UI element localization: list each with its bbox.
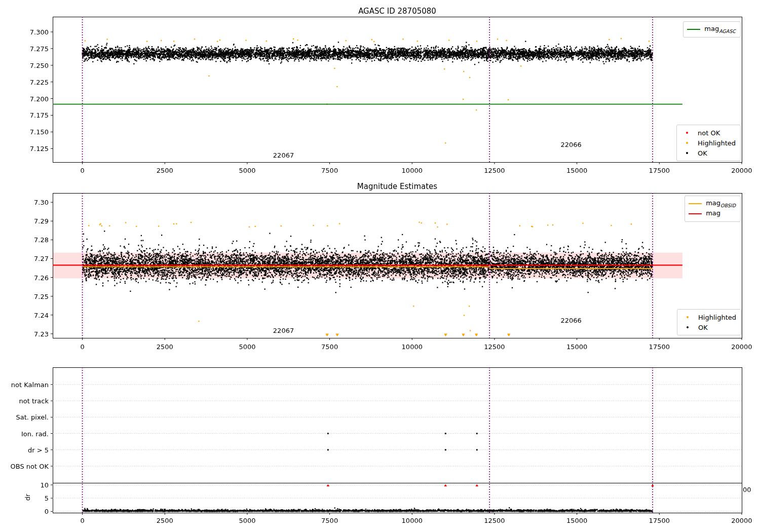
black-dot-swatch — [681, 326, 694, 329]
flag-category-label: not Kalman — [0, 381, 49, 389]
panel2-x-tick-label: 10000 — [402, 343, 423, 351]
panel1-y-tick-label: 7.125 — [0, 145, 49, 153]
panel3-x-tick-label: 17500 — [649, 517, 670, 524]
panel2-x-tick-label: 7500 — [321, 343, 338, 351]
legend-item-mag-obsid: magOBSID — [689, 199, 736, 209]
panel2-x-tick-label: 20000 — [731, 343, 752, 351]
legend-item-ok-mid: OK — [681, 322, 736, 332]
panel1-title: AGASC ID 28705080 — [53, 7, 742, 16]
panel1-y-tick-label: 7.200 — [0, 95, 49, 103]
legend-item-ok: OK — [680, 148, 736, 158]
panel1-x-tick-label: 10000 — [402, 167, 423, 174]
legend-item-highlighted: Highlighted — [680, 138, 736, 148]
panel2-x-tick-label: 2500 — [157, 343, 173, 351]
flag-category-label: Sat. pixel. — [0, 413, 49, 421]
panel1-x-tick-label: 17500 — [649, 167, 670, 174]
orange-dot-swatch — [680, 142, 694, 144]
dr-tick-label: 10 — [0, 481, 49, 489]
red-line-swatch — [689, 213, 702, 215]
panel1-x-tick-label: 20000 — [731, 167, 752, 174]
dr-tick-label: 0 — [0, 508, 49, 515]
panel2-x-tick-label: 12500 — [484, 343, 505, 351]
panel1-y-tick-label: 7.225 — [0, 79, 49, 86]
legend-label-ok: OK — [694, 150, 707, 157]
legend-item-highlighted-mid: Highlighted — [681, 312, 736, 322]
legend-label-ok-mid: OK — [694, 324, 708, 331]
legend-mag-lines: magOBSID mag — [685, 196, 741, 222]
panel3-x-tick-label: 10000 — [402, 517, 423, 524]
panel2-y-tick-label: 7.24 — [0, 312, 49, 319]
flag-category-label: OBS not OK — [0, 463, 49, 470]
panel1-x-tick-label: 12500 — [484, 167, 505, 174]
flag-category-label: dr > 5 — [0, 446, 49, 454]
panel2-y-tick-label: 7.23 — [0, 330, 49, 338]
green-line-swatch — [687, 29, 700, 30]
legend-point-types-top: not OK Highlighted OK — [676, 125, 741, 161]
panel1-y-tick-label: 7.275 — [0, 45, 49, 53]
legend-label-highlighted: Highlighted — [694, 140, 736, 146]
panel1-y-tick-label: 7.300 — [0, 28, 49, 36]
legend-label-mag-agasc: magAGASC — [700, 25, 736, 33]
legend-item-mag: mag — [689, 209, 736, 219]
panel2-y-tick-label: 7.26 — [0, 274, 49, 282]
dr-tick-label: 5 — [0, 495, 49, 502]
flag-category-label: not track — [0, 397, 49, 405]
clipped-xtick-label: 00 — [743, 486, 751, 493]
panel2-x-tick-label: 0 — [80, 343, 84, 351]
panel3-x-tick-label: 0 — [80, 517, 84, 524]
legend-label-highlighted-mid: Highlighted — [694, 314, 736, 321]
panel2-y-tick-label: 7.25 — [0, 293, 49, 300]
panel3-x-tick-label: 15000 — [566, 517, 587, 524]
panel2-title: Magnitude Estimates — [53, 182, 742, 191]
figure: AGASC ID 28705080 Magnitude Estimates ma… — [0, 0, 760, 532]
panel1-x-tick-label: 2500 — [157, 167, 173, 174]
panel1-y-tick-label: 7.150 — [0, 128, 49, 136]
red-dot-swatch — [680, 132, 694, 134]
panel3-x-tick-label: 12500 — [484, 517, 505, 524]
legend-point-types-middle: Highlighted OK — [677, 309, 741, 335]
legend-label-mag-obsid: magOBSID — [702, 200, 736, 208]
obsid-annotation: 22067 — [273, 151, 294, 159]
panel2-y-tick-label: 7.29 — [0, 217, 49, 225]
panel1-y-tick-label: 7.175 — [0, 111, 49, 119]
panel1-y-tick-label: 7.250 — [0, 62, 49, 69]
panel3-x-tick-label: 2500 — [157, 517, 173, 524]
legend-item-not-ok: not OK — [680, 128, 736, 138]
legend-label-not-ok: not OK — [694, 130, 720, 136]
panel2-y-tick-label: 7.28 — [0, 236, 49, 244]
legend-item-mag-agasc: magAGASC — [687, 24, 736, 34]
panel1-x-tick-label: 0 — [80, 167, 84, 174]
panel2-x-tick-label: 15000 — [566, 343, 587, 351]
orange-line-swatch — [689, 203, 702, 205]
legend-label-mag: mag — [702, 210, 720, 218]
obsid-annotation: 22066 — [560, 140, 581, 148]
black-dot-swatch — [680, 152, 694, 155]
obsid-annotation: 22066 — [560, 317, 581, 324]
panel3-x-tick-label: 20000 — [731, 517, 752, 524]
panel3-x-tick-label: 5000 — [239, 517, 255, 524]
panel2-x-tick-label: 17500 — [649, 343, 670, 351]
legend-mag-agasc: magAGASC — [683, 21, 741, 37]
panel2-y-tick-label: 7.30 — [0, 199, 49, 206]
obsid-annotation: 22067 — [273, 327, 294, 334]
orange-dot-swatch — [681, 316, 694, 319]
panel1-x-tick-label: 5000 — [239, 167, 255, 174]
panel1-x-tick-label: 15000 — [566, 167, 587, 174]
flag-category-label: Ion. rad. — [0, 430, 49, 438]
panel2-x-tick-label: 5000 — [239, 343, 255, 351]
panel3-x-tick-label: 7500 — [321, 517, 338, 524]
panel2-y-tick-label: 7.27 — [0, 255, 49, 262]
figure-canvas — [0, 0, 760, 532]
panel1-x-tick-label: 7500 — [321, 167, 338, 174]
